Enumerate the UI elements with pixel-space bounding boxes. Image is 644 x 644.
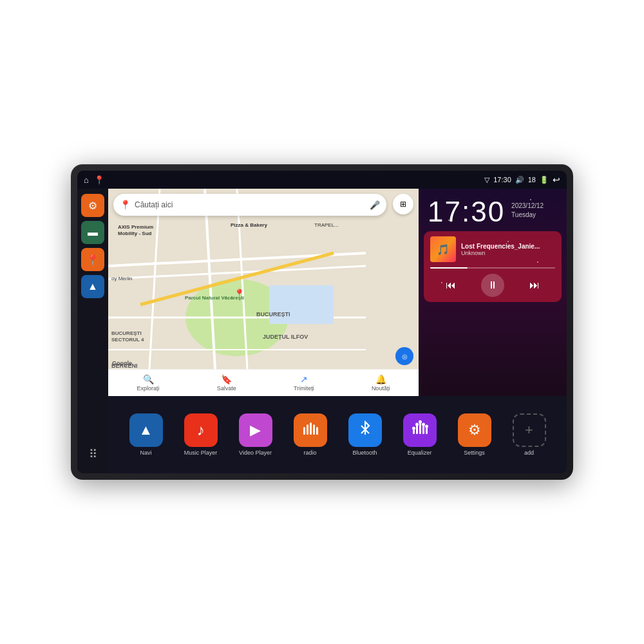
- navi-icon-symbol: ▲: [139, 422, 153, 439]
- map-nav-saved[interactable]: 🔖 Salvate: [217, 374, 236, 392]
- saved-label: Salvate: [217, 385, 236, 392]
- app-navi[interactable]: ▲ Navi: [118, 413, 173, 456]
- sidebar-navi-btn[interactable]: ▲: [81, 275, 104, 298]
- map-label-pizza: Pizza & Bakery: [231, 222, 267, 228]
- app-bluetooth[interactable]: Bluetooth: [337, 413, 392, 456]
- sidebar-settings-btn[interactable]: ⚙: [81, 194, 104, 217]
- svg-rect-14: [313, 424, 315, 435]
- top-row: 📍 Căutați aici 🎤 ⊞ AXIS PremiumMobility …: [108, 189, 567, 396]
- map-label-sector4: BUCUREȘTISECTORUL 4: [111, 330, 144, 344]
- share-label: Trimiteți: [294, 385, 314, 392]
- music-icon-symbol: ♪: [197, 421, 205, 439]
- location-pin: 📍: [234, 289, 245, 299]
- svg-rect-12: [307, 424, 308, 435]
- wifi-icon: ▽: [484, 176, 489, 184]
- equalizer-app-icon: [403, 413, 437, 447]
- app-settings[interactable]: ⚙ Settings: [447, 413, 502, 456]
- google-maps-icon: 📍: [120, 200, 131, 210]
- mic-icon[interactable]: 🎤: [370, 200, 380, 210]
- map-label-merlin: oy Merlin: [111, 276, 132, 281]
- clock-date-line1: 2023/12/12: [511, 202, 544, 211]
- status-time: 17:30: [493, 176, 511, 184]
- map-canvas: 📍 Căutați aici 🎤 ⊞ AXIS PremiumMobility …: [108, 189, 419, 396]
- music-info: 🎵 Lost Frequencies_Janie... Unknown: [430, 236, 555, 262]
- status-bar-right: ▽ 17:30 🔊 18 🔋 ↩: [484, 175, 560, 185]
- map-label-ilfov: JUDEȚUL ILFOV: [263, 334, 308, 340]
- main-area: ⚙ ▬ 📍 ▲ ⠿: [77, 189, 567, 473]
- equalizer-app-label: Equalizer: [408, 450, 432, 456]
- clock-section: 17:30 2023/12/12 Tuesday: [419, 189, 567, 231]
- music-app-icon: ♪: [184, 413, 218, 447]
- app-radio[interactable]: radio: [283, 413, 337, 456]
- music-progress-fill: [430, 267, 468, 269]
- music-app-label: Music Player: [184, 450, 218, 456]
- sidebar-grid-btn[interactable]: ⠿: [81, 442, 104, 466]
- svg-point-24: [422, 423, 425, 426]
- prev-btn[interactable]: ⏮: [440, 275, 461, 296]
- music-player: 🎵 Lost Frequencies_Janie... Unknown: [424, 231, 562, 302]
- map-search-bar[interactable]: 📍 Căutați aici 🎤: [113, 194, 386, 216]
- add-app-icon: +: [513, 413, 546, 447]
- sidebar: ⚙ ▬ 📍 ▲ ⠿: [77, 189, 108, 473]
- navi-icon: ▲: [88, 281, 98, 292]
- sidebar-maps-btn[interactable]: 📍: [81, 248, 104, 271]
- battery-icon: 🔋: [540, 176, 549, 184]
- news-label: Noutăți: [372, 385, 390, 392]
- map-label-trap: TRAPEL...: [314, 222, 339, 228]
- saved-icon: 🔖: [221, 374, 232, 384]
- car-infotainment-device: ⌂ 📍 ▽ 17:30 🔊 18 🔋 ↩ ⚙ ▬: [71, 164, 573, 480]
- music-progress-bar: [430, 267, 555, 269]
- map-icon: 📍: [86, 254, 99, 266]
- svg-rect-13: [310, 422, 312, 435]
- search-placeholder: Căutați aici: [135, 200, 366, 209]
- next-btn[interactable]: ⏭: [524, 275, 545, 296]
- map-bottom-nav: 🔍 Explorați 🔖 Salvate ↗ Trimiteți: [108, 369, 419, 396]
- right-panel: 17:30 2023/12/12 Tuesday 🎵 Lost: [419, 189, 567, 396]
- sidebar-files-btn[interactable]: ▬: [81, 221, 104, 244]
- navi-app-label: Navi: [140, 450, 151, 456]
- app-equalizer[interactable]: Equalizer: [392, 413, 447, 456]
- google-label: Google: [112, 360, 132, 366]
- video-app-label: Video Player: [239, 450, 272, 456]
- video-icon-symbol: ▶: [250, 422, 261, 439]
- files-icon: ▬: [88, 227, 98, 238]
- music-text: Lost Frequencies_Janie... Unknown: [461, 243, 555, 256]
- center-content: 📍 Căutați aici 🎤 ⊞ AXIS PremiumMobility …: [108, 189, 567, 473]
- clock-date-line2: Tuesday: [511, 211, 544, 220]
- map-fab-btn[interactable]: ◎: [395, 347, 413, 365]
- prev-icon: ⏮: [446, 279, 456, 291]
- app-add[interactable]: + add: [502, 413, 556, 456]
- settings-icon-symbol: ⚙: [468, 422, 481, 439]
- svg-point-21: [412, 427, 415, 430]
- map-settings-btn[interactable]: ⊞: [393, 194, 413, 214]
- app-grid: ▲ Navi ♪ Music Player ▶ V: [108, 396, 567, 473]
- equalizer-icon-symbol: [412, 420, 428, 440]
- radio-icon-symbol: [302, 421, 319, 440]
- pause-icon: ⏸: [488, 279, 498, 291]
- explore-icon: 🔍: [143, 374, 154, 384]
- status-bar-left: ⌂ 📍: [84, 175, 104, 185]
- settings-app-label: Settings: [464, 450, 485, 456]
- svg-point-25: [425, 425, 428, 428]
- next-icon: ⏭: [529, 279, 540, 291]
- pause-btn[interactable]: ⏸: [481, 274, 504, 297]
- home-icon[interactable]: ⌂: [84, 175, 89, 185]
- map-status-icon[interactable]: 📍: [94, 175, 104, 185]
- back-icon[interactable]: ↩: [553, 175, 560, 185]
- share-icon: ↗: [300, 374, 308, 384]
- svg-rect-18: [419, 422, 421, 434]
- navi-app-icon: ▲: [129, 413, 163, 447]
- video-app-icon: ▶: [239, 413, 272, 447]
- map-label-axis: AXIS PremiumMobility - Sud: [118, 224, 153, 238]
- settings-app-icon: ⚙: [458, 413, 491, 447]
- map-nav-explore[interactable]: 🔍 Explorați: [137, 374, 160, 392]
- svg-rect-10: [269, 285, 334, 324]
- app-music-player[interactable]: ♪ Music Player: [173, 413, 228, 456]
- app-video-player[interactable]: ▶ Video Player: [228, 413, 283, 456]
- clock-date: 2023/12/12 Tuesday: [511, 202, 544, 220]
- map-nav-news[interactable]: 🔔 Noutăți: [372, 374, 390, 392]
- fab-icon: ◎: [402, 353, 408, 360]
- map-area[interactable]: 📍 Căutați aici 🎤 ⊞ AXIS PremiumMobility …: [108, 189, 419, 396]
- music-controls: ⏮ ⏸ ⏭: [430, 274, 555, 297]
- map-nav-share[interactable]: ↗ Trimiteți: [294, 374, 314, 392]
